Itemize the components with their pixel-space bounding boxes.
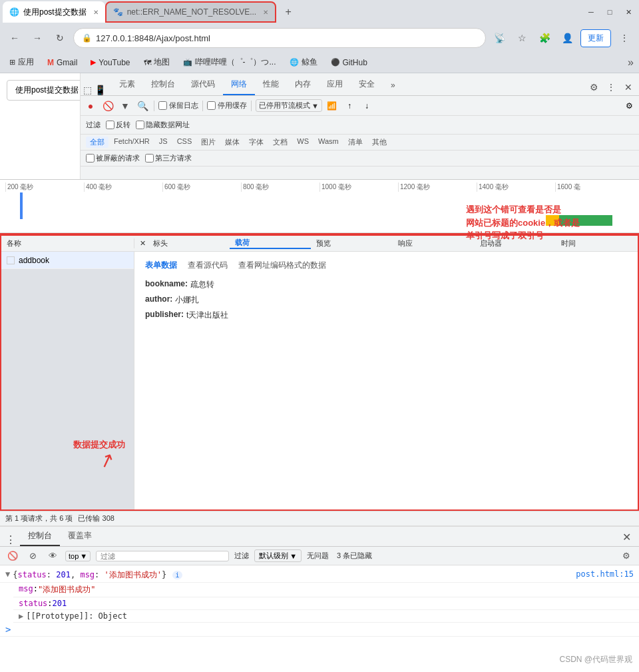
col-response-header[interactable]: 响应: [393, 238, 475, 248]
devtools-tab-application[interactable]: 应用: [319, 75, 351, 95]
filter-other[interactable]: 其他: [368, 137, 391, 148]
bookmark-maps[interactable]: 🗺 地图: [140, 55, 174, 69]
tab2-close[interactable]: ✕: [263, 9, 268, 16]
console-eye-icon[interactable]: 👁: [45, 549, 60, 563]
console-settings-icon[interactable]: ⚙: [619, 549, 634, 563]
tab-add-button[interactable]: +: [279, 3, 298, 21]
tab-error[interactable]: 🐾 net::ERR_NAME_NOT_RESOLVE... ✕: [105, 1, 277, 23]
bookmarks-more-button[interactable]: »: [628, 57, 634, 69]
filter-wasm[interactable]: Wasm: [314, 137, 343, 148]
filter-media[interactable]: 媒体: [221, 137, 244, 148]
col-preview-header[interactable]: 预览: [311, 238, 393, 248]
post-submit-button[interactable]: 使用post提交数据: [7, 80, 87, 101]
third-party-input[interactable]: [145, 154, 154, 163]
filter-js[interactable]: JS: [155, 137, 172, 148]
filter-img[interactable]: 图片: [197, 137, 220, 148]
filter-all[interactable]: 全部: [86, 137, 108, 148]
filter-ws[interactable]: WS: [293, 137, 313, 148]
payload-tab-url-encoded[interactable]: 查看网址编码格式的数据: [238, 260, 326, 271]
block-button[interactable]: 🚫: [101, 99, 115, 113]
close-button[interactable]: ✕: [620, 4, 636, 20]
devtools-more-icon[interactable]: ⋮: [603, 79, 619, 95]
devtools-close-icon[interactable]: ✕: [620, 79, 636, 95]
filter-fetch-xhr[interactable]: Fetch/XHR: [110, 137, 154, 148]
col-time-header[interactable]: 时间: [556, 238, 638, 248]
console-close-button[interactable]: ✕: [620, 528, 634, 546]
bookmark-youtube[interactable]: ▶ YouTube: [87, 57, 134, 69]
payload-tab-source[interactable]: 查看源代码: [188, 260, 228, 271]
record-button[interactable]: ●: [83, 99, 98, 113]
console-tab-console[interactable]: 控制台: [20, 527, 60, 546]
bookmark-github[interactable]: ⚫ GitHub: [327, 57, 371, 69]
forward-button[interactable]: →: [28, 29, 47, 47]
upload-icon[interactable]: ↑: [342, 99, 357, 113]
update-button[interactable]: 更新: [580, 29, 611, 47]
col-headers-header[interactable]: 标头: [148, 238, 230, 248]
hide-data-urls-checkbox[interactable]: 隐藏数据网址: [136, 120, 190, 130]
console-ban-icon[interactable]: 🚫: [5, 549, 20, 563]
tab1-close[interactable]: ✕: [93, 9, 99, 16]
filter-css[interactable]: CSS: [173, 137, 196, 148]
devtools-tab-console[interactable]: 控制台: [143, 75, 183, 95]
more-button[interactable]: ⋮: [615, 29, 634, 47]
invert-checkbox[interactable]: 反转: [106, 120, 130, 130]
devtools-device-icon[interactable]: 📱: [95, 85, 106, 95]
bookmark-apps[interactable]: ⊞ 应用: [5, 55, 38, 69]
console-top-dropdown[interactable]: top ▼: [65, 551, 91, 561]
payload-tab-form[interactable]: 表单数据: [145, 260, 177, 271]
filter-manifest[interactable]: 清单: [344, 137, 367, 148]
filter-button[interactable]: ▼: [118, 99, 132, 113]
network-settings-icon[interactable]: ⚙: [622, 99, 636, 113]
filter-font[interactable]: 字体: [245, 137, 268, 148]
refresh-button[interactable]: ↻: [51, 29, 69, 47]
url-bar[interactable]: 🔒 127.0.0.1:8848/Ajax/post.html: [73, 28, 486, 48]
filter-doc[interactable]: 文档: [269, 137, 292, 148]
tab-post[interactable]: 🌐 使用post提交数据 ✕: [3, 1, 105, 23]
devtools-tab-more[interactable]: »: [383, 77, 403, 95]
bookmark-gmail[interactable]: M Gmail: [43, 57, 81, 69]
expand-icon-2[interactable]: ▶: [19, 611, 23, 621]
back-button[interactable]: ←: [5, 29, 24, 47]
console-dots-icon[interactable]: ⋮: [5, 533, 16, 546]
expand-icon-1[interactable]: ▼: [5, 569, 10, 579]
console-level-dropdown[interactable]: 默认级别 ▼: [254, 549, 302, 562]
wifi-icon[interactable]: 📶: [325, 99, 339, 113]
devtools-tab-performance[interactable]: 性能: [255, 75, 287, 95]
extension-button[interactable]: 🧩: [535, 29, 554, 47]
disable-cache-input[interactable]: [207, 101, 216, 110]
console-clear-icon[interactable]: ⊘: [25, 549, 40, 563]
third-party-checkbox[interactable]: 第三方请求: [145, 153, 192, 163]
profile-button[interactable]: 👤: [558, 29, 576, 47]
devtools-tab-network[interactable]: 网络: [223, 75, 255, 95]
devtools-settings-icon[interactable]: ⚙: [586, 79, 602, 95]
download-icon[interactable]: ↓: [359, 99, 374, 113]
console-link-1[interactable]: post.html:15: [576, 569, 634, 579]
bookmark-bilibili[interactable]: 📺 哔哩哔哩（゜-゜）つ...: [179, 55, 280, 69]
devtools-tab-source[interactable]: 源代码: [183, 75, 223, 95]
cast-button[interactable]: 📡: [490, 29, 509, 47]
preserve-log-input[interactable]: [158, 101, 167, 110]
devtools-tab-security[interactable]: 安全: [351, 75, 383, 95]
network-item-addbook[interactable]: addbook: [1, 252, 134, 269]
bookmark-button[interactable]: ☆: [513, 29, 531, 47]
invert-input[interactable]: [106, 121, 114, 129]
console-prompt-line[interactable]: >: [0, 623, 639, 637]
col-initiator-header[interactable]: 启动器: [475, 238, 556, 248]
preserve-log-checkbox[interactable]: 保留日志: [158, 101, 198, 111]
minimize-button[interactable]: ─: [583, 4, 599, 20]
bookmark-whale[interactable]: 🌐 鲸鱼: [286, 55, 321, 69]
streaming-mode-dropdown[interactable]: 已停用节流模式 ▼: [256, 99, 322, 112]
search-button[interactable]: 🔍: [135, 99, 150, 113]
blocked-requests-checkbox[interactable]: 被屏蔽的请求: [86, 153, 140, 163]
maximize-button[interactable]: □: [602, 4, 618, 20]
devtools-tab-elements[interactable]: 元素: [111, 75, 143, 95]
console-line-4: ▶ [[Prototype]]: Object: [13, 610, 639, 623]
devtools-tab-memory[interactable]: 内存: [287, 75, 319, 95]
hide-data-urls-input[interactable]: [136, 121, 144, 129]
console-tab-coverage[interactable]: 覆盖率: [60, 527, 100, 546]
blocked-requests-input[interactable]: [86, 154, 95, 163]
devtools-inspect-icon[interactable]: ⬚: [83, 85, 92, 95]
disable-cache-checkbox[interactable]: 停用缓存: [207, 101, 247, 111]
console-filter-input[interactable]: [96, 551, 229, 561]
col-payload-header[interactable]: 载荷: [230, 238, 312, 249]
